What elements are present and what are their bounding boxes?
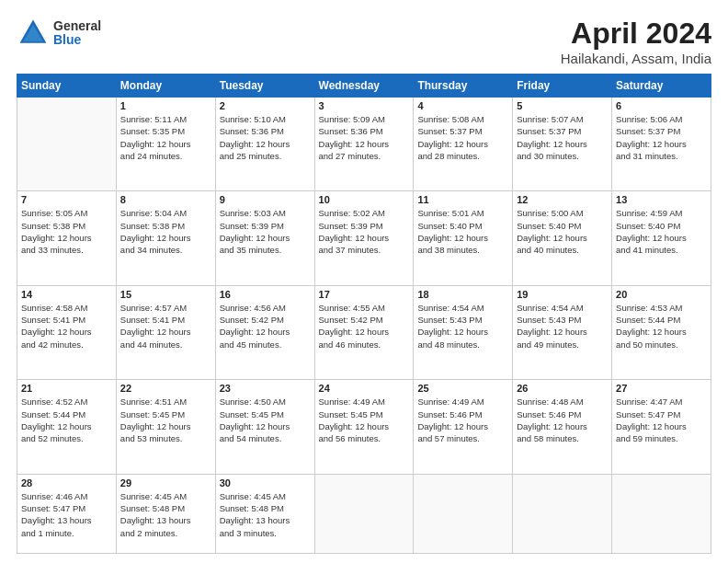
week-row-4: 21Sunrise: 4:52 AMSunset: 5:44 PMDayligh… [17, 380, 711, 474]
col-tuesday: Tuesday [215, 75, 314, 98]
cell-w5-d1: 28Sunrise: 4:46 AMSunset: 5:47 PMDayligh… [17, 474, 117, 553]
day-info: Sunrise: 5:03 AMSunset: 5:39 PMDaylight:… [220, 207, 311, 256]
day-info: Sunrise: 4:51 AMSunset: 5:45 PMDaylight:… [120, 396, 211, 444]
day-number: 8 [120, 194, 211, 205]
cell-w2-d5: 11Sunrise: 5:01 AMSunset: 5:40 PMDayligh… [414, 191, 513, 285]
day-number: 30 [220, 477, 311, 488]
cell-w2-d6: 12Sunrise: 5:00 AMSunset: 5:40 PMDayligh… [513, 191, 612, 285]
day-number: 19 [517, 289, 608, 300]
cell-w3-d7: 20Sunrise: 4:53 AMSunset: 5:44 PMDayligh… [612, 285, 711, 379]
cell-w3-d5: 18Sunrise: 4:54 AMSunset: 5:43 PMDayligh… [414, 285, 513, 379]
col-thursday: Thursday [414, 75, 513, 98]
day-info: Sunrise: 4:50 AMSunset: 5:45 PMDaylight:… [220, 396, 311, 444]
cell-w2-d3: 9Sunrise: 5:03 AMSunset: 5:39 PMDaylight… [215, 191, 314, 285]
cell-w3-d3: 16Sunrise: 4:56 AMSunset: 5:42 PMDayligh… [215, 285, 314, 379]
week-row-2: 7Sunrise: 5:05 AMSunset: 5:38 PMDaylight… [17, 191, 711, 285]
day-number: 28 [21, 477, 112, 488]
day-info: Sunrise: 4:48 AMSunset: 5:46 PMDaylight:… [517, 396, 608, 444]
subtitle: Hailakandi, Assam, India [561, 51, 711, 66]
day-info: Sunrise: 5:05 AMSunset: 5:38 PMDaylight:… [21, 207, 112, 256]
day-info: Sunrise: 4:54 AMSunset: 5:43 PMDaylight:… [417, 302, 508, 350]
cell-w3-d2: 15Sunrise: 4:57 AMSunset: 5:41 PMDayligh… [116, 285, 215, 379]
cell-w2-d1: 7Sunrise: 5:05 AMSunset: 5:38 PMDaylight… [17, 191, 117, 285]
day-number: 7 [21, 194, 112, 205]
cell-w2-d2: 8Sunrise: 5:04 AMSunset: 5:38 PMDaylight… [116, 191, 215, 285]
day-info: Sunrise: 4:45 AMSunset: 5:48 PMDaylight:… [220, 490, 311, 539]
day-number: 21 [21, 383, 112, 394]
cell-w1-d6: 5Sunrise: 5:07 AMSunset: 5:37 PMDaylight… [513, 98, 612, 191]
day-number: 17 [319, 289, 410, 300]
col-friday: Friday [513, 75, 612, 98]
cell-w4-d4: 24Sunrise: 4:49 AMSunset: 5:45 PMDayligh… [314, 380, 414, 474]
day-number: 26 [517, 383, 608, 394]
cell-w1-d1 [17, 98, 117, 191]
day-number: 12 [517, 194, 608, 205]
day-info: Sunrise: 4:49 AMSunset: 5:45 PMDaylight:… [319, 396, 410, 444]
cell-w4-d1: 21Sunrise: 4:52 AMSunset: 5:44 PMDayligh… [17, 380, 117, 474]
day-number: 9 [220, 194, 311, 205]
day-number: 6 [616, 100, 707, 111]
day-info: Sunrise: 4:56 AMSunset: 5:42 PMDaylight:… [220, 302, 311, 350]
cell-w4-d2: 22Sunrise: 4:51 AMSunset: 5:45 PMDayligh… [116, 380, 215, 474]
cell-w4-d5: 25Sunrise: 4:49 AMSunset: 5:46 PMDayligh… [414, 380, 513, 474]
cell-w4-d7: 27Sunrise: 4:47 AMSunset: 5:47 PMDayligh… [612, 380, 711, 474]
page: General Blue April 2024 Hailakandi, Assa… [0, 0, 728, 563]
day-number: 23 [220, 383, 311, 394]
col-monday: Monday [116, 75, 215, 98]
week-row-3: 14Sunrise: 4:58 AMSunset: 5:41 PMDayligh… [17, 285, 711, 379]
main-title: April 2024 [561, 17, 711, 51]
cell-w1-d7: 6Sunrise: 5:06 AMSunset: 5:37 PMDaylight… [612, 98, 711, 191]
day-number: 14 [21, 289, 112, 300]
day-info: Sunrise: 4:54 AMSunset: 5:43 PMDaylight:… [517, 302, 608, 350]
calendar-table: Sunday Monday Tuesday Wednesday Thursday… [17, 74, 711, 554]
day-number: 27 [616, 383, 707, 394]
cell-w3-d4: 17Sunrise: 4:55 AMSunset: 5:42 PMDayligh… [314, 285, 414, 379]
calendar-header-row: Sunday Monday Tuesday Wednesday Thursday… [17, 75, 711, 98]
day-number: 3 [319, 100, 410, 111]
cell-w2-d7: 13Sunrise: 4:59 AMSunset: 5:40 PMDayligh… [612, 191, 711, 285]
day-info: Sunrise: 4:59 AMSunset: 5:40 PMDaylight:… [616, 207, 707, 256]
day-info: Sunrise: 4:49 AMSunset: 5:46 PMDaylight:… [417, 396, 508, 444]
day-info: Sunrise: 5:00 AMSunset: 5:40 PMDaylight:… [517, 207, 608, 256]
day-info: Sunrise: 5:07 AMSunset: 5:37 PMDaylight:… [517, 113, 608, 162]
day-info: Sunrise: 4:52 AMSunset: 5:44 PMDaylight:… [21, 396, 112, 444]
cell-w2-d4: 10Sunrise: 5:02 AMSunset: 5:39 PMDayligh… [314, 191, 414, 285]
cell-w5-d5 [414, 474, 513, 553]
day-number: 24 [319, 383, 410, 394]
day-info: Sunrise: 5:04 AMSunset: 5:38 PMDaylight:… [120, 207, 211, 256]
day-info: Sunrise: 4:45 AMSunset: 5:48 PMDaylight:… [120, 490, 211, 539]
title-section: April 2024 Hailakandi, Assam, India [561, 17, 711, 66]
day-info: Sunrise: 5:08 AMSunset: 5:37 PMDaylight:… [417, 113, 508, 162]
day-info: Sunrise: 4:57 AMSunset: 5:41 PMDaylight:… [120, 302, 211, 350]
logo: General Blue [17, 17, 101, 50]
logo-icon [17, 17, 50, 50]
cell-w4-d3: 23Sunrise: 4:50 AMSunset: 5:45 PMDayligh… [215, 380, 314, 474]
day-number: 25 [417, 383, 508, 394]
day-info: Sunrise: 5:06 AMSunset: 5:37 PMDaylight:… [616, 113, 707, 162]
week-row-5: 28Sunrise: 4:46 AMSunset: 5:47 PMDayligh… [17, 474, 711, 553]
logo-text: General Blue [53, 19, 101, 48]
logo-blue-text: Blue [53, 33, 101, 47]
cell-w5-d2: 29Sunrise: 4:45 AMSunset: 5:48 PMDayligh… [116, 474, 215, 553]
day-info: Sunrise: 5:09 AMSunset: 5:36 PMDaylight:… [319, 113, 410, 162]
day-info: Sunrise: 4:55 AMSunset: 5:42 PMDaylight:… [319, 302, 410, 350]
logo-general-text: General [53, 19, 101, 33]
cell-w5-d7 [612, 474, 711, 553]
header: General Blue April 2024 Hailakandi, Assa… [17, 17, 711, 66]
cell-w5-d3: 30Sunrise: 4:45 AMSunset: 5:48 PMDayligh… [215, 474, 314, 553]
day-number: 1 [120, 100, 211, 111]
day-number: 13 [616, 194, 707, 205]
day-number: 16 [220, 289, 311, 300]
day-number: 10 [319, 194, 410, 205]
day-info: Sunrise: 5:11 AMSunset: 5:35 PMDaylight:… [120, 113, 211, 162]
week-row-1: 1Sunrise: 5:11 AMSunset: 5:35 PMDaylight… [17, 98, 711, 191]
day-number: 5 [517, 100, 608, 111]
day-number: 29 [120, 477, 211, 488]
cell-w3-d1: 14Sunrise: 4:58 AMSunset: 5:41 PMDayligh… [17, 285, 117, 379]
day-number: 2 [220, 100, 311, 111]
day-info: Sunrise: 4:53 AMSunset: 5:44 PMDaylight:… [616, 302, 707, 350]
cell-w1-d3: 2Sunrise: 5:10 AMSunset: 5:36 PMDaylight… [215, 98, 314, 191]
day-info: Sunrise: 4:47 AMSunset: 5:47 PMDaylight:… [616, 396, 707, 444]
day-info: Sunrise: 4:46 AMSunset: 5:47 PMDaylight:… [21, 490, 112, 539]
cell-w4-d6: 26Sunrise: 4:48 AMSunset: 5:46 PMDayligh… [513, 380, 612, 474]
